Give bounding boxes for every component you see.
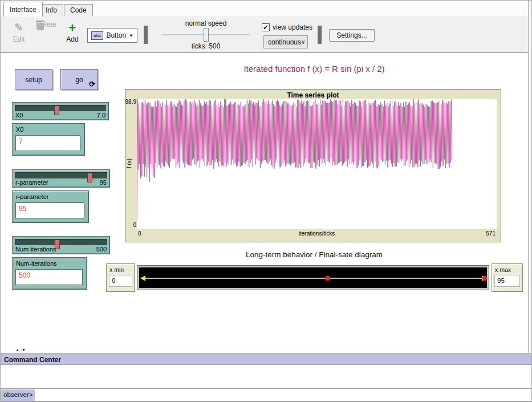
setup-button[interactable]: setup bbox=[15, 69, 52, 90]
pencil-icon: ✎ bbox=[7, 21, 30, 35]
longterm-caption: Long-term behavior / Final-sate diagram bbox=[157, 250, 471, 259]
update-mode-dropdown[interactable]: continuous ∨ bbox=[263, 35, 308, 48]
view-updates-label: view updates bbox=[273, 23, 312, 31]
plus-icon: + bbox=[62, 21, 83, 35]
time-series-plot: Time series plot 98.9 0 f (x) 0 iteratio… bbox=[125, 89, 501, 242]
widget-type-dropdown[interactable]: abc Button ▼ bbox=[87, 28, 137, 43]
command-center-output bbox=[1, 365, 532, 389]
tab-info[interactable]: Info bbox=[39, 4, 63, 16]
speed-slider-thumb[interactable] bbox=[204, 28, 209, 42]
slider-r-parameter: r-parameter95 bbox=[12, 169, 110, 188]
delete-button[interactable]: Delete bbox=[34, 21, 59, 48]
speed-label: normal speed bbox=[159, 19, 253, 27]
plot-title: Time series plot bbox=[125, 91, 501, 99]
window-right-strip bbox=[529, 1, 532, 353]
tab-code[interactable]: Code bbox=[64, 4, 93, 16]
observer-prompt: observer> bbox=[1, 389, 35, 401]
add-button[interactable]: + Add bbox=[62, 21, 83, 48]
command-center-splitter[interactable]: ▲▼ bbox=[15, 348, 28, 352]
world-view[interactable] bbox=[137, 265, 489, 290]
monitor-x-min: x min 0 bbox=[106, 263, 135, 292]
input-x0-field[interactable]: 7 bbox=[15, 135, 80, 151]
tab-bar: Interface Info Code bbox=[1, 1, 528, 16]
settings-button[interactable]: Settings... bbox=[329, 29, 375, 42]
view-updates-checkbox[interactable]: ✓ bbox=[262, 23, 270, 31]
monitor-x-min-value: 0 bbox=[109, 275, 132, 287]
update-mode-selected: continuous bbox=[268, 38, 301, 46]
timeseries-line bbox=[137, 99, 452, 220]
monitor-x-max-label: x max bbox=[495, 266, 511, 273]
monitor-x-min-label: x min bbox=[109, 266, 124, 273]
plot-xmax-label: 571 bbox=[486, 230, 496, 237]
toolbar-separator bbox=[144, 26, 148, 44]
go-label: go bbox=[75, 76, 83, 84]
slider-r-parameter-track[interactable] bbox=[15, 172, 107, 178]
input-num-iterations: Num-iterations 500 bbox=[12, 257, 87, 290]
turtle-dot[interactable] bbox=[325, 276, 330, 281]
command-center: Command Center observer> bbox=[1, 353, 532, 402]
tab-interface[interactable]: Interface bbox=[3, 2, 43, 17]
slider-num-iterations: Num-iterations500 bbox=[12, 236, 110, 254]
edit-label: Edit bbox=[13, 35, 25, 43]
slider-x0: X07.0 bbox=[12, 102, 109, 120]
input-num-iterations-label: Num-iterations bbox=[16, 260, 57, 267]
command-center-title: Command Center bbox=[1, 354, 532, 365]
slider-x0-label: X0 bbox=[15, 112, 23, 119]
input-num-iterations-field[interactable]: 500 bbox=[15, 269, 83, 285]
toolbar: ✎ Edit Delete + Add abc Button ▼ normal … bbox=[1, 16, 528, 53]
widget-type-selected: Button bbox=[106, 31, 126, 39]
plot-ymax-label: 98.9 bbox=[124, 99, 136, 105]
setup-label: setup bbox=[25, 76, 42, 84]
go-button[interactable]: go ⟳ bbox=[60, 69, 98, 90]
model-title: Iterated function f (x) = R sin (pi x / … bbox=[143, 64, 485, 74]
world-view-canvas bbox=[140, 268, 488, 289]
slider-r-parameter-value: 95 bbox=[100, 179, 107, 186]
netlogo-window: Interface Info Code ✎ Edit Delete + Add … bbox=[0, 0, 532, 402]
axis-arrow-left-icon bbox=[140, 275, 145, 281]
monitor-x-max-value: 95 bbox=[494, 275, 520, 287]
dropdown-arrow-icon: ▼ bbox=[129, 33, 133, 38]
input-r-parameter-label: r-parameter bbox=[16, 193, 48, 200]
plot-canvas bbox=[137, 99, 497, 229]
slider-x0-track[interactable] bbox=[15, 105, 106, 111]
input-x0-label: X0 bbox=[16, 126, 23, 133]
slider-num-iterations-value: 500 bbox=[96, 246, 107, 253]
slider-x0-value: 7.0 bbox=[97, 112, 105, 119]
plot-xaxis-label: iterations/ticks bbox=[137, 230, 497, 237]
ticks-counter: ticks: 500 bbox=[159, 42, 253, 50]
plot-area bbox=[137, 99, 497, 229]
slider-num-iterations-track[interactable] bbox=[15, 239, 107, 245]
slider-r-parameter-label: r-parameter bbox=[15, 179, 48, 186]
input-x0: X0 7 bbox=[12, 123, 85, 156]
forever-icon: ⟳ bbox=[89, 80, 95, 88]
edit-button[interactable]: ✎ Edit bbox=[7, 21, 30, 48]
add-label: Add bbox=[66, 35, 78, 43]
slider-num-iterations-label: Num-iterations bbox=[15, 246, 56, 253]
plot-ymin-label: 0 bbox=[124, 222, 136, 228]
monitor-x-max: x max 95 bbox=[492, 263, 523, 292]
command-input[interactable] bbox=[35, 389, 532, 401]
toolbar-separator bbox=[318, 26, 322, 44]
turtle-dot[interactable] bbox=[482, 276, 488, 281]
input-r-parameter: r-parameter 95 bbox=[12, 190, 89, 223]
plot-yaxis-label: f (x) bbox=[126, 149, 132, 178]
input-r-parameter-field[interactable]: 95 bbox=[15, 202, 84, 218]
widget-type-icon: abc bbox=[91, 31, 103, 40]
chevron-down-icon: ∨ bbox=[301, 39, 305, 45]
